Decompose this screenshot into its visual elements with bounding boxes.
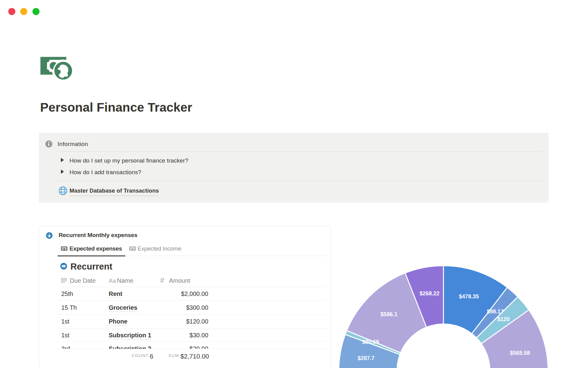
svg-text:$120: $120 [497,316,510,322]
svg-text:$565.58: $565.58 [510,350,530,356]
svg-text:$586.1: $586.1 [380,311,397,317]
svg-text:$478.35: $478.35 [459,293,479,300]
svg-text:$287.7: $287.7 [358,355,375,361]
svg-text:$30.68: $30.68 [362,339,379,345]
svg-text:$98.17: $98.17 [487,309,503,315]
svg-text:$268.22: $268.22 [420,290,439,297]
